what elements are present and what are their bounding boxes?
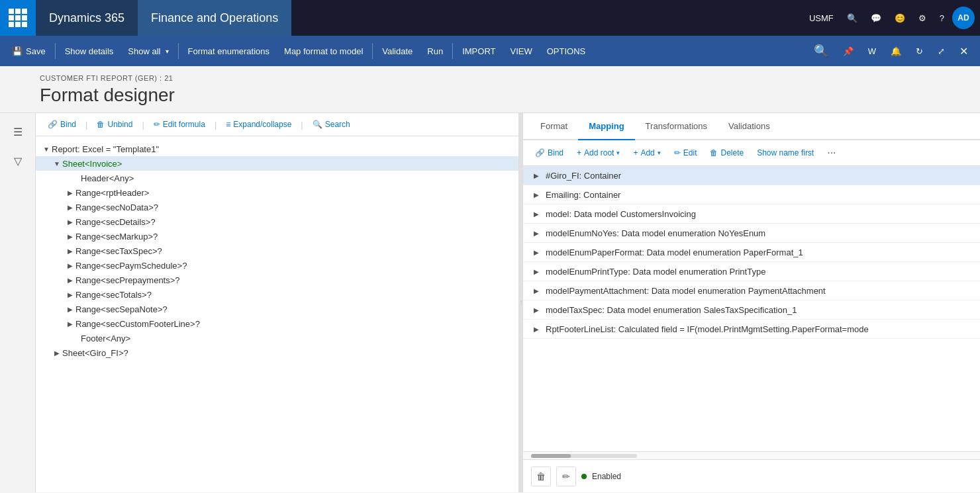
add-root-button[interactable]: + Add root [571, 146, 625, 160]
tree-label: Range<secPrepayments>? [75, 275, 180, 285]
save-button[interactable]: 💾 Save [5, 38, 52, 64]
mapping-row-giro-fi[interactable]: ▶ #Giro_FI: Container [523, 166, 980, 185]
toggle-icon: ▶ [52, 347, 62, 358]
format-enumerations-button[interactable]: Format enumerations [181, 38, 277, 64]
map-format-button[interactable]: Map format to model [277, 38, 369, 64]
edit-icon-btn[interactable]: ✏ [556, 467, 576, 486]
page-title: Format designer [40, 85, 940, 106]
action-search-icon[interactable]: 🔍 [807, 38, 835, 64]
tree-item-report[interactable]: ▼ Report: Excel = "Template1" [36, 142, 518, 156]
expand-icon: ≡ [226, 120, 230, 129]
mapping-row-modelenumnoyes[interactable]: ▶ modelEnumNoYes: Data model enumeration… [523, 224, 980, 243]
delete-button[interactable]: 🗑 Delete [705, 146, 749, 160]
page-subtitle: CUSTOMER FTI REPORT (GER) : 21 [40, 74, 940, 82]
menu-icon-btn[interactable]: ☰ [6, 120, 30, 144]
tree-item-range-secprepayments[interactable]: ▶ Range<secPrepayments>? [36, 273, 518, 287]
scroll-track [531, 454, 637, 458]
tree-label: Range<secPaymSchedule>? [75, 261, 187, 271]
left-panel-toolbar: 🔗 Bind | 🗑 Unbind | ✏ Edit formula | ≡ E… [36, 113, 518, 136]
map-bind-button[interactable]: 🔗 Bind [530, 146, 569, 160]
edit-button[interactable]: ✏ Edit [669, 146, 703, 160]
tree-label: Range<secNoData>? [75, 202, 158, 212]
tree-item-range-secpaymschedule[interactable]: ▶ Range<secPaymSchedule>? [36, 258, 518, 273]
avatar[interactable]: AD [952, 7, 975, 29]
mapping-row-model[interactable]: ▶ model: Data model CustomersInvoicing [523, 204, 980, 224]
add-button[interactable]: + Add [628, 146, 665, 160]
import-button[interactable]: IMPORT [456, 38, 502, 64]
search-button[interactable]: 🔍 [842, 0, 863, 36]
tree-item-header-any[interactable]: Header<Any> [36, 171, 518, 185]
toggle-icon: ▼ [41, 144, 52, 154]
tab-validations[interactable]: Validations [718, 113, 781, 140]
pencil-icon: ✏ [674, 148, 681, 157]
mapping-row-modelpaymentattachment[interactable]: ▶ modelPaymentAttachment: Data model enu… [523, 281, 980, 300]
tab-format[interactable]: Format [530, 113, 578, 140]
chat-button[interactable]: 💬 [865, 0, 887, 36]
mapping-row-rptfooterlinelist[interactable]: ▶ RptFooterLineList: Calculated field = … [523, 320, 980, 339]
tree-item-range-sectaxspec[interactable]: ▶ Range<secTaxSpec>? [36, 244, 518, 258]
action-bar: 💾 Save Show details Show all Format enum… [0, 36, 980, 66]
trash-icon: 🗑 [97, 120, 105, 129]
options-button[interactable]: OPTIONS [540, 38, 593, 64]
tree-label: Header<Any> [81, 173, 134, 183]
show-details-button[interactable]: Show details [58, 38, 121, 64]
mapping-row-modeltaxspec[interactable]: ▶ modelTaxSpec: Data model enumeration S… [523, 300, 980, 320]
run-button[interactable]: Run [420, 38, 450, 64]
more-options-button[interactable]: ··· [822, 144, 841, 161]
row-toggle: ▶ [531, 266, 542, 277]
tree-item-range-seccustomfooterline[interactable]: ▶ Range<secCustomFooterLine>? [36, 316, 518, 331]
tab-mapping[interactable]: Mapping [578, 113, 634, 140]
tree-label: Sheet<Invoice> [62, 159, 122, 169]
show-all-button[interactable]: Show all [121, 38, 175, 64]
edit-formula-button[interactable]: ✏ Edit formula [148, 117, 211, 132]
filter-icon-btn[interactable]: ▽ [6, 149, 30, 173]
tree-item-range-secsepanote[interactable]: ▶ Range<secSepaNote>? [36, 302, 518, 316]
delete-icon-btn[interactable]: 🗑 [531, 467, 551, 486]
tree-item-footer-any[interactable]: Footer<Any> [36, 331, 518, 345]
expand-button[interactable]: ⤢ [931, 38, 952, 64]
pin-button[interactable]: 📌 [836, 38, 860, 64]
floppy-icon: 💾 [12, 46, 23, 56]
toggle-icon: ▶ [65, 246, 75, 256]
trash-icon-2: 🗑 [710, 148, 718, 157]
tree-item-sheet-giro[interactable]: ▶ Sheet<Giro_FI>? [36, 345, 518, 360]
mapping-row-modelenumprinttype[interactable]: ▶ modelEnumPrintType: Data model enumera… [523, 262, 980, 281]
mapping-row-modelenumpaperformat[interactable]: ▶ modelEnumPaperFormat: Data model enume… [523, 243, 980, 262]
pencil-icon: ✏ [154, 120, 160, 129]
tree-item-range-rptheader[interactable]: ▶ Range<rptHeader> [36, 185, 518, 200]
help-button[interactable]: ? [934, 0, 950, 36]
word-button[interactable]: W [861, 38, 883, 64]
unbind-button[interactable]: 🗑 Unbind [91, 117, 138, 132]
refresh-button[interactable]: ↻ [909, 38, 930, 64]
bind-button[interactable]: 🔗 Bind [42, 117, 81, 132]
mapping-row-emailing[interactable]: ▶ Emailing: Container [523, 185, 980, 204]
tree-item-range-senodata[interactable]: ▶ Range<secNoData>? [36, 200, 518, 214]
status-dot [581, 474, 587, 479]
row-toggle: ▶ [531, 228, 542, 238]
tab-transformations[interactable]: Transformations [635, 113, 718, 140]
view-button[interactable]: VIEW [503, 38, 538, 64]
tree-item-sheet-invoice[interactable]: ▼ Sheet<Invoice> [36, 156, 518, 171]
close-button[interactable]: ✕ [953, 38, 975, 64]
tree-item-range-sectotals[interactable]: ▶ Range<secTotals>? [36, 287, 518, 302]
row-toggle: ▶ [531, 208, 542, 219]
settings-button[interactable]: ⚙ [913, 0, 932, 36]
toggle-icon [70, 333, 81, 343]
waffle-menu[interactable] [0, 0, 36, 36]
tree-item-range-secmarkup[interactable]: ▶ Range<secMarkup>? [36, 229, 518, 244]
env-label[interactable]: USMF [804, 0, 839, 36]
notification-button[interactable]: 🔔 [884, 38, 908, 64]
mapping-bottom: 🗑 ✏ Enabled [523, 459, 980, 492]
scroll-thumb [531, 454, 571, 458]
emoji-button[interactable]: 😊 [889, 0, 910, 36]
horizontal-scrollbar[interactable] [523, 451, 980, 459]
validate-button[interactable]: Validate [375, 38, 419, 64]
app-name: Dynamics 365 [36, 0, 138, 36]
search-button-left[interactable]: 🔍 Search [307, 117, 356, 132]
tree-item-range-secdetails[interactable]: ▶ Range<secDetails>? [36, 214, 518, 229]
show-name-first-button[interactable]: Show name first [752, 146, 819, 160]
toggle-icon: ▶ [65, 216, 75, 227]
row-text: RptFooterLineList: Calculated field = IF… [546, 324, 869, 334]
expand-collapse-button[interactable]: ≡ Expand/collapse [220, 117, 297, 132]
row-toggle: ▶ [531, 247, 542, 257]
